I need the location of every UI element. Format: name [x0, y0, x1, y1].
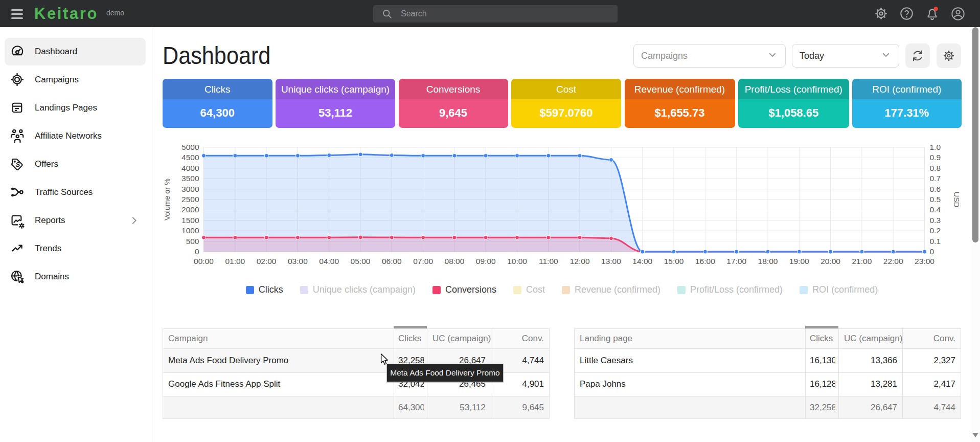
svg-text:5000: 5000 — [181, 143, 199, 151]
svg-text:00:00: 00:00 — [194, 257, 214, 266]
svg-text:23:00: 23:00 — [915, 257, 935, 266]
svg-text:22:00: 22:00 — [883, 257, 903, 266]
svg-text:0.7: 0.7 — [930, 174, 941, 183]
svg-text:0.1: 0.1 — [930, 237, 941, 246]
svg-text:18:00: 18:00 — [758, 257, 778, 266]
svg-text:0.5: 0.5 — [930, 195, 941, 204]
svg-text:1.0: 1.0 — [930, 143, 941, 151]
svg-text:19:00: 19:00 — [789, 257, 809, 266]
svg-text:09:00: 09:00 — [476, 257, 496, 266]
svg-text:04:00: 04:00 — [319, 257, 339, 266]
svg-text:0.8: 0.8 — [930, 164, 941, 172]
svg-text:0.9: 0.9 — [930, 153, 941, 162]
svg-text:0.6: 0.6 — [930, 185, 941, 193]
svg-text:0.2: 0.2 — [930, 226, 941, 235]
svg-text:01:00: 01:00 — [225, 257, 245, 266]
svg-text:16:00: 16:00 — [695, 257, 715, 266]
svg-text:1000: 1000 — [181, 226, 199, 235]
svg-text:4500: 4500 — [181, 153, 199, 162]
svg-text:4000: 4000 — [181, 164, 199, 172]
svg-text:08:00: 08:00 — [445, 257, 465, 266]
svg-text:15:00: 15:00 — [664, 257, 684, 266]
svg-text:05:00: 05:00 — [351, 257, 371, 266]
svg-text:3500: 3500 — [181, 174, 199, 183]
svg-text:14:00: 14:00 — [632, 257, 652, 266]
svg-text:2500: 2500 — [181, 195, 199, 204]
svg-text:17:00: 17:00 — [726, 257, 746, 266]
svg-text:12:00: 12:00 — [570, 257, 590, 266]
svg-text:USD: USD — [952, 192, 961, 208]
svg-text:2000: 2000 — [181, 205, 199, 214]
svg-text:S: S — [16, 161, 20, 168]
svg-text:0: 0 — [195, 247, 199, 256]
svg-text:13:00: 13:00 — [601, 257, 621, 266]
svg-text:06:00: 06:00 — [382, 257, 402, 266]
svg-text:21:00: 21:00 — [852, 257, 872, 266]
svg-text:07:00: 07:00 — [413, 257, 433, 266]
svg-text:03:00: 03:00 — [288, 257, 308, 266]
svg-text:Volume or %: Volume or % — [163, 179, 171, 220]
svg-text:0.3: 0.3 — [930, 216, 941, 225]
svg-text:0.4: 0.4 — [930, 205, 941, 214]
svg-text:500: 500 — [186, 237, 199, 246]
svg-text:0: 0 — [930, 247, 935, 256]
svg-text:11:00: 11:00 — [539, 257, 558, 266]
svg-text:02:00: 02:00 — [257, 257, 277, 266]
svg-text:10:00: 10:00 — [507, 257, 527, 266]
svg-text:1500: 1500 — [181, 216, 199, 225]
svg-text:20:00: 20:00 — [821, 257, 840, 266]
svg-text:3000: 3000 — [181, 185, 199, 193]
